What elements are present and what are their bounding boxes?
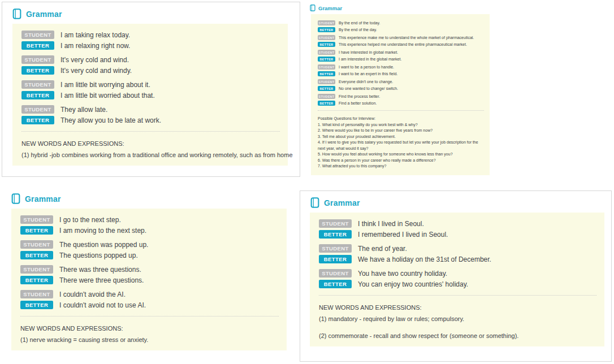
new-words-title: NEW WORDS AND EXPRESSIONS: — [319, 304, 598, 313]
sentence-pair: STUDENTI am taking relax today.BETTERI a… — [21, 31, 281, 50]
sentence-pair: STUDENTI have interested in global marke… — [318, 50, 485, 62]
sentence-pair: STUDENTI think I lived in Seoul.BETTERI … — [319, 219, 598, 239]
book-icon — [310, 197, 319, 208]
pair-row: BETTERI am interested in the global mark… — [318, 57, 485, 62]
pair-row: STUDENTBy the end of the today. — [318, 20, 485, 25]
better-sentence: The questions popped up. — [59, 252, 138, 259]
sentence-pair: STUDENTEveryone didn't one to change.BET… — [318, 79, 485, 91]
grammar-panel-bottom-left: Grammar STUDENTI go to the next step.BET… — [1, 187, 289, 358]
pair-row: STUDENTI think I lived in Seoul. — [319, 219, 598, 228]
pair-row: STUDENTI am taking relax today. — [21, 31, 281, 39]
better-sentence: I am moving to the next step. — [59, 227, 146, 235]
better-sentence: I remembered I lived in Seoul. — [358, 231, 448, 239]
better-badge: BETTER — [318, 57, 335, 62]
question-line: 1. What kind of personality do you work … — [318, 122, 485, 128]
better-sentence: I want to be an expert in this field. — [339, 72, 397, 76]
student-badge: STUDENT — [318, 50, 335, 55]
better-badge: BETTER — [318, 27, 335, 32]
content-box: STUDENTI go to the next step.BETTERI am … — [11, 209, 287, 350]
interview-questions-title: Possible Questions for Interview: — [318, 116, 485, 122]
new-words-block: NEW WORDS AND EXPRESSIONS:(1) nerve wrac… — [20, 324, 280, 345]
better-badge: BETTER — [20, 276, 53, 284]
better-sentence: It's very cold and windy. — [60, 67, 132, 75]
sentence-pair: STUDENTBy the end of the today.BETTERBy … — [318, 20, 485, 32]
question-line: 7. What attracted you to this company? — [318, 163, 485, 170]
dotted-divider — [318, 110, 484, 111]
pair-row: STUDENTI couldn't avoid the AI. — [20, 290, 280, 298]
pair-row: BETTERI want to be an expert in this fie… — [318, 71, 485, 76]
student-badge: STUDENT — [319, 244, 352, 253]
student-sentence: They allow late. — [60, 106, 107, 114]
pair-row: BETTERI couldn't avoid not to use AI. — [20, 301, 280, 309]
better-badge: BETTER — [319, 230, 352, 239]
dotted-divider — [20, 316, 279, 317]
new-words-title: NEW WORDS AND EXPRESSIONS: — [21, 140, 281, 149]
grammar-panel-bottom-right: Grammar STUDENTI think I lived in Seoul.… — [300, 190, 612, 362]
pair-row: STUDENTI am little bit worrying about it… — [21, 80, 281, 89]
sentence-pair: STUDENTI couldn't avoid the AI.BETTERI c… — [20, 290, 280, 309]
panel-title: Grammar — [318, 5, 342, 11]
pair-row: STUDENTThey allow late. — [21, 105, 281, 114]
pair-row: BETTERNo one wanted to change/ switch. — [318, 86, 485, 91]
better-badge: BETTER — [319, 255, 352, 263]
better-badge: BETTER — [21, 116, 54, 124]
student-badge: STUDENT — [20, 215, 53, 224]
panel-title: Grammar — [324, 198, 360, 207]
question-line: 3. Tell me about your proudest achieveme… — [318, 134, 485, 140]
sentence-pair: STUDENTYou have two country holiday.BETT… — [319, 269, 598, 288]
sentence-pair: STUDENTIt's very cold and wind.BETTERIt'… — [21, 55, 281, 75]
student-sentence: I am taking relax today. — [60, 31, 130, 39]
better-sentence: No one wanted to change/ switch. — [339, 86, 398, 90]
sentence-pair: STUDENTThe question was popped up.BETTER… — [20, 240, 280, 259]
content-box: STUDENTI am taking relax today.BETTERI a… — [12, 24, 288, 166]
pair-row: STUDENTThis experience make me to unders… — [318, 35, 485, 40]
better-badge: BETTER — [318, 71, 335, 76]
better-sentence: You can enjoy two countries' holiday. — [358, 280, 468, 288]
student-badge: STUDENT — [20, 290, 53, 298]
panel-header: Grammar — [1, 187, 289, 204]
better-badge: BETTER — [21, 41, 54, 50]
new-words-title: NEW WORDS AND EXPRESSIONS: — [20, 324, 280, 333]
better-sentence: This experience helped me understand the… — [339, 42, 467, 46]
note-line: (1) mandatory - required by law or rules… — [319, 315, 598, 324]
sentence-pair: STUDENTI want to be a person to handle.B… — [318, 64, 485, 76]
new-words-block: NEW WORDS AND EXPRESSIONS:(1) mandatory … — [319, 304, 598, 341]
pair-row: BETTERI am moving to the next step. — [20, 226, 280, 235]
panel-title: Grammar — [25, 194, 61, 203]
student-badge: STUDENT — [318, 20, 335, 25]
panel-title: Grammar — [26, 10, 62, 19]
grammar-panel-top-right: Grammar STUDENTBy the end of the today.B… — [305, 2, 493, 182]
pair-row: BETTERYou can enjoy two countries' holid… — [319, 280, 598, 288]
sentence-pair: STUDENTThey allow late.BETTERThey allow … — [21, 105, 281, 124]
student-sentence: You have two country holiday. — [358, 270, 447, 278]
student-badge: STUDENT — [318, 64, 335, 70]
better-sentence: I am interested in the global market. — [339, 57, 401, 61]
student-badge: STUDENT — [318, 94, 335, 99]
book-icon — [11, 193, 20, 204]
better-badge: BETTER — [318, 86, 335, 91]
grammar-panel-top-left: Grammar STUDENTI am taking relax today.B… — [2, 2, 300, 177]
sentence-pair: STUDENTThe end of year.BETTERWe have a h… — [319, 244, 598, 263]
student-sentence: I go to the next step. — [59, 216, 121, 224]
pair-row: BETTERIt's very cold and windy. — [21, 66, 281, 75]
question-line: 4. If I were to give you this salary you… — [318, 140, 485, 151]
pair-row: STUDENTI have interested in global marke… — [318, 50, 485, 55]
panel-header: Grammar — [2, 2, 300, 19]
note-line: (1) nerve wracking = causing stress or a… — [20, 336, 280, 345]
better-sentence: I am relaxing right now. — [60, 42, 130, 50]
student-badge: STUDENT — [21, 80, 54, 89]
pair-row: STUDENTYou have two country holiday. — [319, 269, 598, 278]
pair-row: BETTERThere were three questions. — [20, 276, 280, 284]
sentence-pair: STUDENTThis experience make me to unders… — [318, 35, 485, 47]
student-sentence: Everyone didn't one to change. — [339, 80, 393, 84]
dotted-divider — [319, 295, 596, 296]
better-sentence: There were three questions. — [59, 276, 144, 284]
student-badge: STUDENT — [20, 265, 53, 274]
pair-row: STUDENTThe end of year. — [319, 244, 598, 253]
panel-header: Grammar — [300, 191, 611, 208]
student-sentence: This experience make me to understand th… — [339, 36, 474, 40]
pair-row: BETTERBy the end of the day. — [318, 27, 485, 32]
book-icon — [12, 8, 21, 19]
better-sentence: By the end of the day. — [339, 28, 377, 32]
question-line: 2. Where would you like to be in your ca… — [318, 128, 485, 134]
